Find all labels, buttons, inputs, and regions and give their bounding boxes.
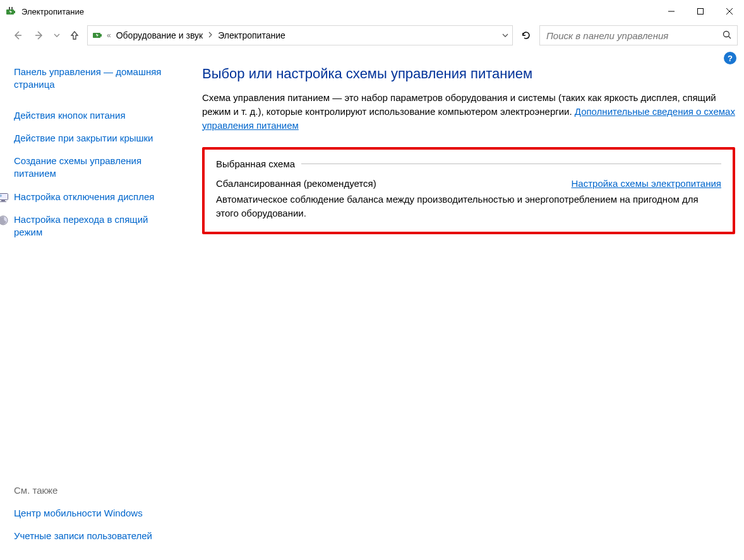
close-button[interactable] — [715, 1, 744, 21]
search-box[interactable] — [539, 25, 738, 45]
window-title: Электропитание — [21, 7, 84, 16]
sidebar-link-create-plan[interactable]: Создание схемы управления питанием — [14, 150, 172, 186]
forward-button[interactable] — [30, 27, 48, 44]
monitor-icon — [0, 192, 9, 203]
svg-rect-16 — [0, 201, 6, 202]
breadcrumb-current[interactable]: Электропитание — [217, 29, 287, 42]
minimize-button[interactable] — [657, 1, 686, 21]
see-also-mobility-center[interactable]: Центр мобильности Windows — [14, 502, 172, 525]
svg-rect-15 — [1, 200, 5, 201]
see-also-section: См. также Центр мобильности Windows Учет… — [14, 485, 183, 548]
main-content: ? Выбор или настройка схемы управления п… — [189, 48, 744, 560]
window-titlebar: Электропитание — [0, 0, 744, 23]
selected-plan-box: Выбранная схема Сбалансированная (рекоме… — [202, 147, 735, 234]
refresh-button[interactable] — [517, 26, 536, 45]
chevron-down-icon[interactable] — [502, 32, 508, 39]
svg-line-13 — [729, 36, 731, 39]
svg-point-12 — [724, 31, 729, 37]
plan-description: Автоматическое соблюдение баланса между … — [216, 193, 721, 220]
maximize-button[interactable] — [686, 1, 715, 21]
see-also-header: См. также — [14, 485, 183, 496]
power-options-icon — [92, 29, 103, 42]
history-dropdown[interactable] — [52, 27, 62, 44]
change-plan-settings-link[interactable]: Настройка схемы электропитания — [572, 178, 721, 189]
section-label: Выбранная схема — [216, 158, 295, 169]
chevron-right-icon — [208, 31, 213, 40]
breadcrumb-parent[interactable]: Оборудование и звук — [115, 29, 205, 42]
sidebar-link-home[interactable]: Панель управления — домашняя страница — [14, 61, 172, 97]
up-button[interactable] — [66, 27, 83, 44]
search-icon[interactable] — [722, 30, 732, 42]
svg-rect-11 — [100, 34, 102, 37]
intro-paragraph: Схема управления питанием — это набор па… — [202, 91, 735, 132]
section-header: Выбранная схема — [216, 158, 721, 169]
power-options-icon — [5, 6, 16, 17]
sidebar-link-label: Настройка отключения дисплея — [14, 191, 154, 203]
back-button[interactable] — [9, 27, 27, 44]
moon-icon — [0, 215, 9, 226]
sidebar-link-label: Настройка перехода в спящий режим — [14, 213, 155, 239]
svg-rect-3 — [11, 7, 13, 9]
svg-rect-5 — [698, 9, 704, 15]
sidebar-link-display-off[interactable]: Настройка отключения дисплея — [0, 186, 155, 208]
chevron-left-icon: « — [107, 31, 111, 40]
svg-rect-1 — [14, 11, 15, 13]
search-input[interactable] — [545, 30, 722, 42]
sidebar-link-lid-close[interactable]: Действие при закрытии крышки — [14, 127, 172, 150]
window-controls — [657, 1, 744, 21]
svg-rect-2 — [9, 7, 10, 9]
sidebar-link-power-buttons[interactable]: Действия кнопок питания — [14, 104, 172, 127]
page-title: Выбор или настройка схемы управления пит… — [202, 66, 735, 82]
sidebar-link-sleep[interactable]: Настройка перехода в спящий режим — [0, 208, 155, 244]
see-also-user-accounts[interactable]: Учетные записи пользователей — [14, 525, 172, 547]
divider — [301, 164, 721, 164]
address-bar[interactable]: « Оборудование и звук Электропитание — [87, 25, 513, 45]
navigation-toolbar: « Оборудование и звук Электропитание — [0, 23, 744, 48]
plan-name: Сбалансированная (рекомендуется) — [216, 178, 376, 189]
help-icon[interactable]: ? — [724, 52, 736, 64]
sidebar: Панель управления — домашняя страница Де… — [0, 48, 189, 560]
